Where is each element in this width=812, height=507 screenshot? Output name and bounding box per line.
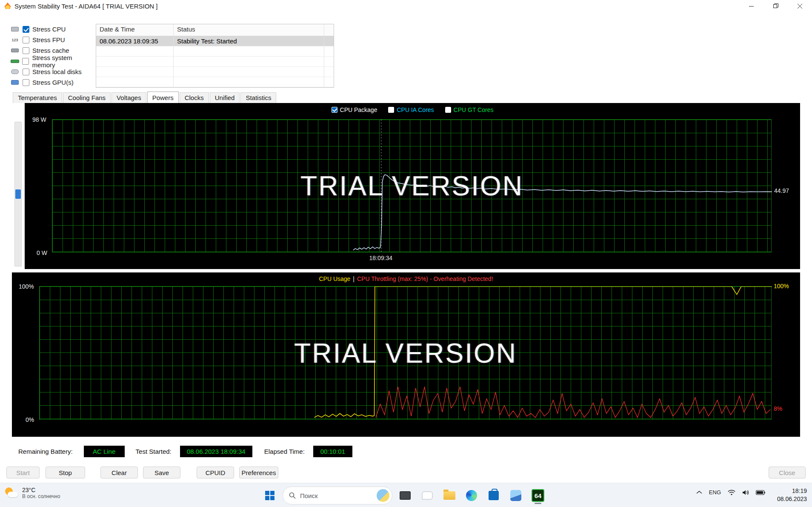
legend-cpu-gt-cores[interactable]: CPU GT Cores (445, 106, 494, 113)
stress-option-gpu[interactable]: Stress GPU(s) (10, 77, 95, 88)
cell-status: Stability Test: Started (174, 36, 324, 46)
tab-clocks[interactable]: Clocks (180, 92, 209, 103)
title-bar: System Stability Test - AIDA64 [ TRIAL V… (0, 0, 812, 12)
legend-cpu-gt-cores-checkbox[interactable] (445, 107, 451, 113)
status-bar: Remaining Battery: AC Line Test Started:… (0, 443, 812, 460)
battery-label: Remaining Battery: (18, 448, 73, 455)
taskbar-tray: ENG (696, 489, 765, 496)
table-row (96, 77, 334, 87)
chat-icon (422, 491, 433, 500)
taskbar-app-aida64[interactable]: 64 (529, 486, 547, 505)
stress-cpu-checkbox[interactable] (23, 26, 29, 33)
legend-cpu-ia-cores-checkbox[interactable] (388, 107, 394, 113)
search-highlight-image (377, 489, 389, 502)
taskbar: 23°C В осн. солнечно Поиск 64 (0, 483, 812, 507)
stress-fpu-label: Stress FPU (32, 36, 65, 43)
power-chart-legend: CPU Package CPU IA Cores CPU GT Cores (25, 106, 800, 113)
save-button[interactable]: Save (143, 467, 180, 478)
stop-button[interactable]: Stop (46, 467, 85, 478)
taskbar-search[interactable]: Поиск (283, 487, 392, 504)
column-header-status[interactable]: Status (174, 24, 324, 36)
stress-options-panel: Stress CPU 123 Stress FPU Stress cache S… (10, 24, 95, 88)
tab-voltages[interactable]: Voltages (112, 92, 146, 103)
taskbar-app-edge[interactable] (462, 486, 481, 505)
stress-option-cpu[interactable]: Stress CPU (10, 24, 95, 34)
restore-icon (773, 3, 778, 9)
tab-cooling-fans[interactable]: Cooling Fans (63, 92, 111, 103)
table-header: Date & Time Status (96, 24, 334, 36)
tab-temperatures[interactable]: Temperatures (13, 92, 62, 103)
power-end-value: 44.97 (774, 187, 789, 194)
chart-scale-slider-handle[interactable] (15, 189, 21, 199)
legend-cpu-package-checkbox[interactable] (332, 107, 337, 113)
windows-logo-icon (265, 491, 274, 500)
disk-icon (10, 69, 20, 75)
taskbar-app-photos[interactable] (506, 486, 525, 505)
tab-powers[interactable]: Powers (147, 92, 179, 103)
tab-unified[interactable]: Unified (210, 92, 240, 103)
column-header-datetime[interactable]: Date & Time (96, 24, 174, 36)
start-button-taskbar[interactable] (260, 486, 279, 505)
cpuid-button[interactable]: CPUID (197, 467, 234, 478)
screen: System Stability Test - AIDA64 [ TRIAL V… (0, 0, 812, 507)
search-placeholder: Поиск (300, 492, 372, 499)
stress-gpu-checkbox[interactable] (23, 79, 29, 86)
taskbar-app-chat[interactable] (418, 486, 437, 505)
preferences-button[interactable]: Preferences (239, 467, 278, 478)
start-button[interactable]: Start (6, 467, 40, 478)
tray-chevron-up-icon[interactable] (696, 490, 702, 494)
search-icon (289, 492, 296, 499)
stress-gpu-label: Stress GPU(s) (32, 79, 74, 86)
folder-icon (443, 491, 455, 500)
stress-cache-checkbox[interactable] (23, 47, 29, 54)
usage-y-min-label: 0% (26, 416, 34, 423)
chart-scale-slider[interactable] (14, 122, 22, 266)
minimize-icon (749, 4, 754, 9)
clock-time: 18:19 (777, 487, 807, 495)
language-indicator[interactable]: ENG (709, 489, 721, 496)
wifi-icon[interactable] (728, 490, 735, 496)
table-row[interactable]: 08.06.2023 18:09:35 Stability Test: Star… (96, 36, 334, 46)
stress-cpu-label: Stress CPU (32, 26, 66, 33)
clear-button[interactable]: Clear (100, 467, 138, 478)
stress-memory-checkbox[interactable] (22, 58, 29, 65)
restore-button[interactable] (763, 0, 788, 12)
usage-chart-plot: TRIAL VERSION (39, 286, 772, 420)
legend-cpu-ia-cores[interactable]: CPU IA Cores (388, 106, 434, 113)
test-started-label: Test Started: (136, 448, 172, 455)
aida64-flame-icon (4, 3, 11, 9)
close-icon (798, 4, 802, 9)
taskbar-app-file-explorer[interactable] (440, 486, 459, 505)
legend-cpu-gt-cores-label: CPU GT Cores (454, 106, 494, 113)
taskbar-app-store[interactable] (484, 486, 503, 505)
microsoft-store-icon (489, 491, 499, 500)
usage-y-max-label: 100% (19, 283, 34, 290)
legend-cpu-package[interactable]: CPU Package (332, 106, 377, 113)
power-chart-plot: TRIAL VERSION (52, 119, 772, 252)
gpu-icon (10, 79, 20, 86)
taskbar-clock[interactable]: 18:19 08.06.2023 (777, 487, 807, 503)
edge-browser-icon (466, 490, 477, 501)
aida64-taskbar-icon: 64 (532, 489, 544, 502)
close-button[interactable] (788, 0, 812, 12)
stress-disks-checkbox[interactable] (23, 69, 29, 75)
stress-disks-label: Stress local disks (32, 68, 82, 75)
taskbar-app-task-view[interactable] (396, 486, 415, 505)
battery-icon[interactable] (756, 490, 765, 495)
chart-tab-strip: Temperatures Cooling Fans Voltages Power… (13, 92, 277, 103)
stress-fpu-checkbox[interactable] (23, 37, 29, 43)
cell-datetime: 08.06.2023 18:09:35 (96, 36, 174, 46)
stress-option-fpu[interactable]: 123 Stress FPU (10, 34, 95, 45)
legend-cpu-ia-cores-label: CPU IA Cores (397, 106, 434, 113)
elapsed-time-value-badge: 00:10:01 (313, 446, 352, 457)
stress-option-memory[interactable]: Stress system memory (10, 56, 95, 66)
photos-icon (510, 490, 521, 501)
volume-icon[interactable] (742, 490, 749, 496)
taskbar-weather-widget[interactable]: 23°C В осн. солнечно (4, 487, 60, 499)
fpu-icon: 123 (10, 37, 20, 43)
cpu-icon (10, 26, 20, 33)
tab-statistics[interactable]: Statistics (240, 92, 276, 103)
close-test-button[interactable]: Close (769, 467, 806, 478)
minimize-button[interactable] (739, 0, 763, 12)
test-started-value-badge: 08.06.2023 18:09:34 (180, 446, 252, 457)
